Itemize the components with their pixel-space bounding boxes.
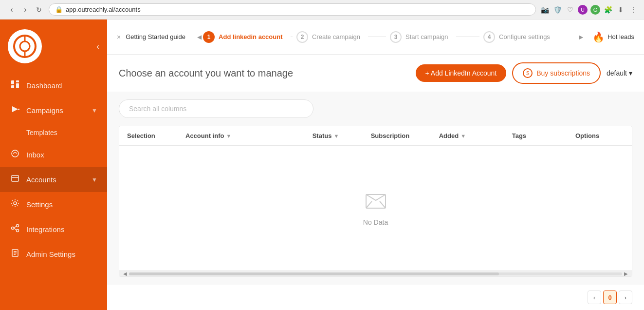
forward-button[interactable]: › (19, 4, 31, 16)
shield-icon[interactable]: 🛡️ (552, 5, 562, 15)
pagination-current[interactable]: 0 (603, 291, 617, 304)
gs-step-1-content: 1 Add linkedin account (203, 31, 282, 43)
subscription-icon: $ (523, 68, 533, 78)
table-area: Selection Account info ▼ Status ▼ Subscr… (107, 92, 644, 285)
sidebar-item-dashboard[interactable]: Dashboard (0, 73, 107, 98)
svg-point-15 (17, 225, 19, 227)
g-icon[interactable]: G (590, 5, 600, 15)
address-bar[interactable]: 🔒 app.outreachly.ai/accounts (49, 3, 536, 16)
svg-point-13 (14, 202, 17, 205)
accounts-label: Accounts (26, 175, 56, 184)
add-linkedin-button[interactable]: + Add LinkedIn Account (416, 64, 507, 82)
header-actions: + Add LinkedIn Account $ Buy subscriptio… (416, 62, 633, 84)
sidebar-item-inbox[interactable]: Inbox (0, 142, 107, 167)
dashboard-icon (10, 80, 20, 91)
sidebar-item-integrations[interactable]: Integrations (0, 217, 107, 242)
gs-step-2-num: 2 (296, 31, 308, 43)
sidebar-collapse-button[interactable]: ‹ (96, 41, 99, 52)
svg-marker-8 (12, 106, 18, 112)
accounts-arrow: ▼ (92, 176, 97, 183)
svg-rect-5 (16, 80, 19, 82)
col-options: Options (575, 132, 624, 139)
col-options-label: Options (575, 132, 599, 139)
col-selection: Selection (127, 132, 185, 139)
sidebar-nav: Dashboard Campaigns ▼ Templates Inbox (0, 73, 107, 310)
getting-started-close[interactable]: × (117, 33, 121, 41)
default-dropdown[interactable]: default ▾ (607, 69, 632, 77)
sidebar-item-campaigns[interactable]: Campaigns ▼ (0, 98, 107, 123)
col-subscription-label: Subscription (371, 132, 409, 139)
table-body: No Data (119, 146, 632, 271)
page-title: Choose an account you want to manage (119, 68, 293, 79)
url-text: app.outreachly.ai/accounts (66, 6, 141, 13)
status-filter-icon[interactable]: ▼ (333, 133, 339, 139)
getting-started-title: Getting Started guide (126, 33, 185, 40)
sidebar-item-settings[interactable]: Settings (0, 192, 107, 217)
buy-subscriptions-button[interactable]: $ Buy subscriptions (512, 62, 601, 84)
user-icon[interactable]: U (578, 5, 588, 15)
menu-icon[interactable]: ⋮ (628, 5, 638, 15)
scroll-thumb[interactable] (129, 272, 499, 275)
getting-started-bar: × Getting Started guide ◀ 1 Add linkedin… (107, 19, 644, 55)
download-icon[interactable]: ⬇ (616, 5, 626, 15)
table-scrollbar[interactable]: ◀ ▶ (119, 271, 632, 276)
pagination-prev[interactable]: ‹ (588, 291, 601, 304)
hot-leads-label: Hot leads (607, 33, 634, 40)
gs-steps: 1 Add linkedin account 2 Create campaign (203, 31, 577, 43)
gs-step-4-label: Configure settings (499, 33, 550, 40)
ext-icon[interactable]: 🧩 (603, 5, 613, 15)
sidebar: ‹ Dashboard Campaigns ▼ Templates (0, 19, 107, 310)
page-header: Choose an account you want to manage + A… (107, 55, 644, 92)
svg-line-18 (14, 228, 17, 230)
admin-settings-label: Admin Settings (26, 250, 75, 258)
integrations-icon (10, 224, 20, 235)
back-button[interactable]: ‹ (6, 4, 18, 16)
col-status-label: Status (313, 132, 332, 139)
logo (8, 29, 42, 63)
pagination-next[interactable]: › (619, 291, 632, 304)
account-info-filter-icon[interactable]: ▼ (226, 133, 231, 139)
campaigns-icon (10, 105, 20, 116)
svg-point-16 (17, 230, 19, 232)
campaigns-label: Campaigns (26, 106, 63, 115)
table-container: Selection Account info ▼ Status ▼ Subscr… (119, 126, 632, 277)
sidebar-item-templates[interactable]: Templates (0, 123, 107, 142)
main-content: × Getting Started guide ◀ 1 Add linkedin… (107, 19, 644, 310)
browser-icons: 📷 🛡️ ♡ U G 🧩 ⬇ ⋮ (540, 5, 638, 15)
lock-icon: 🔒 (55, 6, 63, 13)
svg-point-10 (12, 150, 18, 157)
col-account-info-label: Account info (185, 132, 224, 139)
col-selection-label: Selection (127, 132, 155, 139)
svg-point-14 (12, 227, 14, 230)
col-status: Status ▼ (313, 132, 371, 139)
gs-step-2-content: 2 Create campaign (296, 31, 360, 43)
integrations-label: Integrations (26, 225, 64, 233)
hot-leads: 🔥 Hot leads (592, 31, 634, 43)
browser-chrome: ‹ › ↻ 🔒 app.outreachly.ai/accounts 📷 🛡️ … (0, 0, 644, 19)
col-added: Added ▼ (439, 132, 512, 139)
added-filter-icon[interactable]: ▼ (460, 133, 466, 139)
no-data-icon (364, 191, 387, 214)
gs-scroll-right[interactable]: ▶ (577, 33, 585, 41)
scroll-right-arrow[interactable]: ▶ (622, 270, 630, 277)
browser-nav-buttons: ‹ › ↻ (6, 4, 45, 16)
sidebar-item-admin-settings[interactable]: Admin Settings (0, 242, 107, 267)
svg-line-17 (14, 226, 17, 228)
reload-button[interactable]: ↻ (33, 4, 45, 16)
gs-step-4-content: 4 Configure settings (483, 31, 550, 43)
svg-rect-11 (12, 175, 18, 181)
scroll-left-arrow[interactable]: ◀ (121, 270, 129, 277)
gs-step-4-num: 4 (483, 31, 495, 43)
sidebar-item-accounts[interactable]: Accounts ▼ (0, 167, 107, 192)
search-input[interactable] (119, 99, 313, 118)
gs-connector-2 (368, 37, 386, 37)
dashboard-label: Dashboard (26, 81, 62, 90)
dropdown-arrow-icon: ▾ (629, 69, 632, 77)
camera-icon[interactable]: 📷 (540, 5, 550, 15)
scroll-track[interactable] (129, 272, 622, 275)
gs-scroll-left[interactable]: ◀ (195, 33, 203, 41)
svg-rect-7 (16, 83, 19, 88)
svg-rect-6 (11, 85, 14, 88)
heart-icon[interactable]: ♡ (565, 5, 575, 15)
table-header: Selection Account info ▼ Status ▼ Subscr… (119, 126, 632, 146)
